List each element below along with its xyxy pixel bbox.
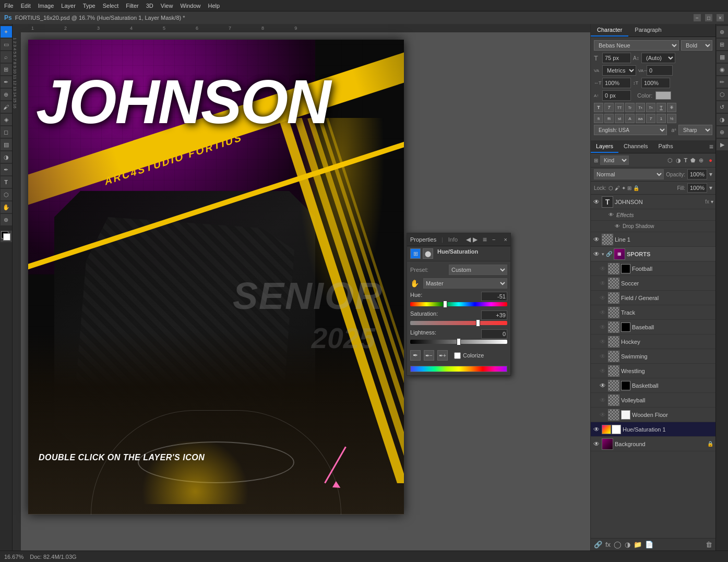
layer-vis-wooden[interactable]: 👁: [599, 411, 606, 418]
minimize-button[interactable]: −: [694, 14, 701, 21]
kerning-select[interactable]: Metrics: [602, 65, 636, 76]
properties-menu-icon[interactable]: ≡: [483, 235, 487, 244]
mask-icon[interactable]: ⬤: [423, 248, 433, 259]
character-tab[interactable]: Character: [591, 24, 628, 37]
crop-tool[interactable]: ⊞: [1, 64, 12, 75]
preset-select[interactable]: Custom: [449, 265, 507, 275]
filter-type-select[interactable]: Kind: [600, 156, 629, 165]
layer-volleyball[interactable]: 👁 Volleyball: [591, 393, 715, 408]
font-family-select[interactable]: Bebas Neue: [594, 40, 679, 51]
lock-image-icon[interactable]: 🖌: [615, 185, 620, 191]
channels-tab[interactable]: Channels: [618, 140, 653, 153]
discretionary-btn[interactable]: ffi: [604, 114, 614, 123]
info-tab[interactable]: Info: [448, 236, 458, 243]
properties-tab[interactable]: Properties: [410, 236, 436, 243]
baseline-input[interactable]: [602, 90, 631, 101]
lock-artboard-icon[interactable]: ⊞: [627, 185, 631, 191]
filter-adjustment-icon[interactable]: ◑: [676, 157, 681, 164]
right-tool-10[interactable]: ▶: [717, 139, 728, 150]
lightness-track[interactable]: [410, 340, 507, 344]
filter-text-icon[interactable]: T: [684, 157, 688, 164]
menu-type[interactable]: Type: [83, 3, 96, 9]
layer-vis-basketball[interactable]: 👁: [599, 382, 606, 389]
layer-vis-volleyball[interactable]: 👁: [599, 397, 606, 404]
close-button[interactable]: ×: [717, 14, 724, 21]
layer-vis-baseball[interactable]: 👁: [599, 324, 606, 331]
all-caps-btn[interactable]: TT: [615, 103, 624, 112]
saturation-value-input[interactable]: [481, 310, 507, 320]
hue-track[interactable]: [410, 302, 507, 306]
eyedropper-add-button[interactable]: ✒: [410, 350, 421, 361]
layer-wooden-floor[interactable]: 👁 Wooden Floor: [591, 408, 715, 422]
layer-vis-bg[interactable]: 👁: [593, 440, 600, 448]
layer-vis-wrestling[interactable]: 👁: [599, 367, 606, 375]
paths-tab[interactable]: Paths: [653, 140, 678, 153]
layer-vis-sports[interactable]: 👁: [593, 250, 600, 258]
right-tool-5[interactable]: ✏: [717, 76, 728, 88]
right-tool-2[interactable]: ⊞: [717, 39, 728, 50]
filter-smartobj-icon[interactable]: ⊕: [699, 157, 703, 164]
menu-select[interactable]: Select: [103, 3, 119, 9]
saturation-track[interactable]: [410, 321, 507, 325]
layer-baseball[interactable]: 👁 Baseball: [591, 320, 715, 334]
antialias-select[interactable]: Sharp: [678, 125, 712, 135]
add-mask-button[interactable]: ◯: [614, 541, 622, 548]
layer-background[interactable]: 👁 Background 🔒: [591, 437, 715, 451]
eyedropper-tool[interactable]: ✒: [1, 76, 12, 88]
menu-image[interactable]: Image: [38, 3, 54, 9]
bold-btn[interactable]: T: [594, 103, 603, 112]
layer-sports-group[interactable]: 👁 ▾ 🔗 ▦ SPORTS: [591, 247, 715, 261]
tracking-input[interactable]: [647, 65, 673, 76]
menu-file[interactable]: File: [4, 3, 14, 9]
vis-effects[interactable]: 👁: [607, 211, 615, 219]
lock-position-icon[interactable]: ✦: [622, 185, 626, 191]
filter-active[interactable]: ●: [709, 157, 712, 164]
saturation-thumb[interactable]: [476, 319, 480, 327]
layer-wrestling[interactable]: 👁 Wrestling: [591, 364, 715, 378]
type-tool[interactable]: T: [1, 176, 12, 188]
zoom-tool[interactable]: ⊕: [1, 214, 12, 225]
layers-tab[interactable]: Layers: [591, 140, 618, 153]
fraction-btn[interactable]: ½: [667, 114, 676, 123]
properties-collapse-button[interactable]: −: [492, 236, 495, 243]
filter-pixel-icon[interactable]: ⬡: [667, 157, 673, 164]
menu-edit[interactable]: Edit: [21, 3, 31, 9]
vis-drop-shadow[interactable]: 👁: [614, 223, 621, 230]
brush-tool[interactable]: 🖌: [1, 101, 12, 113]
ligature-btn[interactable]: fi: [594, 114, 603, 123]
menu-window[interactable]: Window: [180, 3, 200, 9]
properties-window-close[interactable]: ×: [504, 236, 507, 243]
layer-vis-hockey[interactable]: 👁: [599, 338, 606, 345]
fraction-num-btn[interactable]: 1: [657, 114, 666, 123]
spot-heal-tool[interactable]: ⊕: [1, 89, 12, 100]
leading-select[interactable]: (Auto): [641, 53, 675, 63]
hue-thumb[interactable]: [443, 301, 447, 308]
fill-arrow[interactable]: ▾: [709, 184, 712, 192]
layer-vis-line1[interactable]: 👁: [593, 236, 600, 243]
layer-hue-saturation[interactable]: 👁 Hue/Saturation 1: [591, 422, 715, 437]
colorize-checkbox[interactable]: [454, 352, 461, 359]
lightness-value-input[interactable]: [481, 329, 507, 339]
hand-tool[interactable]: ✋: [1, 201, 12, 213]
layer-vis-track[interactable]: 👁: [599, 309, 606, 316]
gradient-tool[interactable]: ▤: [1, 139, 12, 150]
fill-input[interactable]: [687, 183, 707, 193]
font-style-select[interactable]: Bold: [681, 40, 712, 51]
menu-view[interactable]: View: [161, 3, 173, 9]
lock-all-icon[interactable]: 🔒: [633, 185, 639, 191]
properties-close-button[interactable]: ◀ ▶: [466, 236, 477, 243]
italic-btn[interactable]: T: [604, 103, 614, 112]
layer-swimming[interactable]: 👁 Swimming: [591, 349, 715, 364]
link-layers-button[interactable]: 🔗: [594, 541, 602, 548]
eraser-tool[interactable]: ◻: [1, 126, 12, 138]
right-tool-1[interactable]: ⊕: [717, 26, 728, 38]
strikethrough-btn[interactable]: T: [667, 103, 676, 112]
lasso-tool[interactable]: ⌕: [1, 51, 12, 63]
right-tool-4[interactable]: ◉: [717, 64, 728, 75]
new-group-button[interactable]: 📁: [634, 541, 642, 548]
add-style-button[interactable]: fx: [605, 541, 611, 548]
foreground-bg[interactable]: [1, 231, 12, 242]
font-size-input[interactable]: [602, 53, 631, 63]
layer-football[interactable]: 👁 Football: [591, 261, 715, 276]
scale-h-input[interactable]: [602, 78, 631, 88]
